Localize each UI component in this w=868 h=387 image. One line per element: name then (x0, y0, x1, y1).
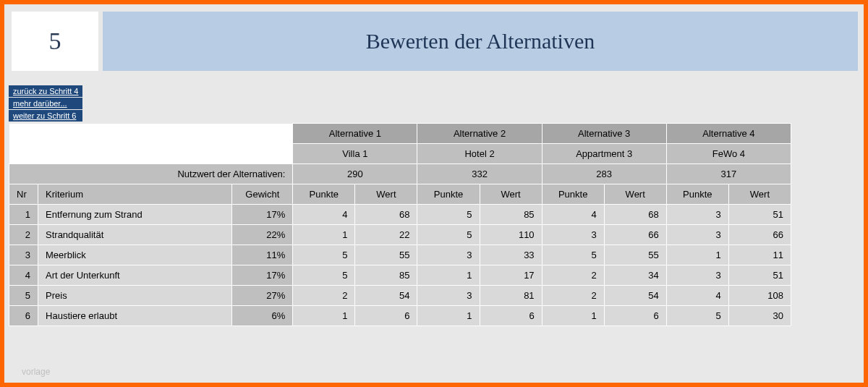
row-punkte: 3 (666, 225, 728, 245)
row-punkte: 5 (542, 245, 604, 265)
row-punkte: 1 (666, 245, 728, 265)
row-wert: 68 (604, 205, 666, 225)
row-nr: 6 (9, 306, 38, 326)
row-nr: 4 (9, 265, 38, 286)
alt-header-2: Alternative 2 (417, 124, 542, 144)
row-punkte: 1 (417, 265, 480, 286)
row-punkte: 4 (666, 286, 728, 306)
row-wert: 85 (480, 205, 542, 225)
row-punkte: 3 (417, 245, 480, 265)
table-row: 1Entfernung zum Strand17%468585468351 (9, 205, 791, 225)
row-wert: 22 (355, 225, 417, 245)
row-punkte: 1 (293, 306, 355, 326)
row-wert: 55 (355, 245, 417, 265)
row-kriterium: Preis (38, 286, 232, 306)
row-punkte: 2 (293, 286, 355, 306)
row-wert: 6 (604, 306, 666, 326)
row-wert: 108 (728, 286, 791, 306)
row-kriterium: Strandqualität (38, 225, 232, 245)
nutzwert-4: 317 (666, 164, 791, 184)
row-wert: 51 (728, 265, 791, 286)
col-wert-3: Wert (604, 184, 666, 205)
col-nr: Nr (9, 184, 38, 205)
col-punkte-1: Punkte (293, 184, 355, 205)
table-row: 5Preis27%2543812544108 (9, 286, 791, 306)
row-wert: 110 (480, 225, 542, 245)
row-punkte: 5 (417, 225, 480, 245)
row-gewicht: 17% (232, 265, 293, 286)
col-kriterium: Kriterium (38, 184, 232, 205)
alt-name-4: FeWo 4 (666, 144, 791, 164)
row-punkte: 5 (293, 265, 355, 286)
row-nr: 1 (9, 205, 38, 225)
row-wert: 55 (604, 245, 666, 265)
header-band: 5 Bewerten der Alternativen (4, 4, 864, 71)
row-wert: 17 (480, 265, 542, 286)
row-punkte: 1 (417, 306, 480, 326)
alt-header-1: Alternative 1 (293, 124, 417, 144)
row-punkte: 4 (293, 205, 355, 225)
alt-name-1: Villa 1 (293, 144, 417, 164)
row-wert: 30 (728, 306, 791, 326)
nutzwert-2: 332 (417, 164, 542, 184)
row-punkte: 3 (542, 225, 604, 245)
row-gewicht: 6% (232, 306, 293, 326)
row-punkte: 3 (666, 265, 728, 286)
row-wert: 81 (480, 286, 542, 306)
nutzwert-3: 283 (542, 164, 666, 184)
col-punkte-3: Punkte (542, 184, 604, 205)
row-wert: 66 (728, 225, 791, 245)
next-link[interactable]: weiter zu Schritt 6 (9, 110, 82, 122)
row-kriterium: Haustiere erlaubt (38, 306, 232, 326)
col-punkte-4: Punkte (666, 184, 728, 205)
watermark: vorlage (22, 367, 50, 377)
table-row: 4Art der Unterkunft17%585117234351 (9, 265, 791, 286)
step-number: 5 (12, 12, 98, 71)
evaluation-table: Alternative 1 Alternative 2 Alternative … (9, 123, 791, 326)
row-gewicht: 27% (232, 286, 293, 306)
nav-stack: zurück zu Schritt 4 mehr darüber... weit… (9, 85, 82, 122)
row-wert: 85 (355, 265, 417, 286)
alt-name-3: Appartment 3 (542, 144, 666, 164)
row-gewicht: 17% (232, 205, 293, 225)
row-punkte: 3 (666, 205, 728, 225)
row-punkte: 5 (293, 245, 355, 265)
row-punkte: 5 (666, 306, 728, 326)
nutzwert-1: 290 (293, 164, 417, 184)
row-wert: 11 (728, 245, 791, 265)
row-nr: 5 (9, 286, 38, 306)
row-punkte: 1 (542, 306, 604, 326)
row-wert: 34 (604, 265, 666, 286)
row-wert: 51 (728, 205, 791, 225)
table-row: 6Haustiere erlaubt6%161616530 (9, 306, 791, 326)
row-nr: 2 (9, 225, 38, 245)
row-wert: 68 (355, 205, 417, 225)
more-link[interactable]: mehr darüber... (9, 98, 82, 109)
page-title: Bewerten der Alternativen (103, 12, 858, 71)
alt-header-4: Alternative 4 (666, 124, 791, 144)
row-punkte: 5 (417, 205, 480, 225)
row-punkte: 2 (542, 286, 604, 306)
col-wert-4: Wert (728, 184, 791, 205)
col-gewicht: Gewicht (232, 184, 293, 205)
row-wert: 54 (604, 286, 666, 306)
row-punkte: 3 (417, 286, 480, 306)
alt-header-3: Alternative 3 (542, 124, 666, 144)
col-wert-2: Wert (480, 184, 542, 205)
back-link[interactable]: zurück zu Schritt 4 (9, 85, 82, 97)
row-punkte: 1 (293, 225, 355, 245)
row-wert: 54 (355, 286, 417, 306)
alt-name-2: Hotel 2 (417, 144, 542, 164)
row-gewicht: 22% (232, 225, 293, 245)
row-nr: 3 (9, 245, 38, 265)
table-row: 3Meerblick11%555333555111 (9, 245, 791, 265)
row-wert: 33 (480, 245, 542, 265)
row-kriterium: Entfernung zum Strand (38, 205, 232, 225)
row-kriterium: Art der Unterkunft (38, 265, 232, 286)
row-wert: 66 (604, 225, 666, 245)
row-punkte: 4 (542, 205, 604, 225)
row-wert: 6 (480, 306, 542, 326)
row-wert: 6 (355, 306, 417, 326)
row-punkte: 2 (542, 265, 604, 286)
nutzwert-label: Nutzwert der Alternativen: (9, 164, 293, 184)
